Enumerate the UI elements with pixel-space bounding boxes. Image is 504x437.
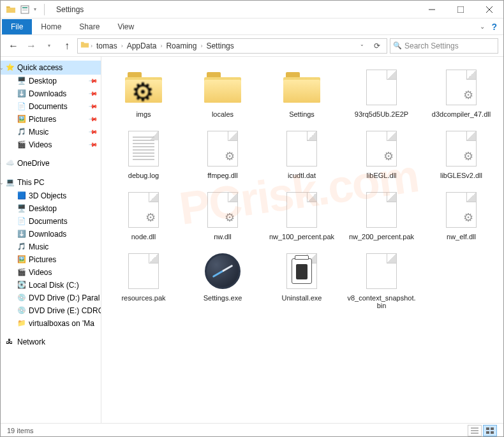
sidebar-item[interactable]: 💿DVD Drive (E:) CDRO [1,304,101,317]
maximize-button[interactable] [446,1,475,19]
ribbon: File Home Share View ⌄ ? [1,19,503,35]
file-item[interactable]: resources.pak [107,248,181,312]
sidebar-item[interactable]: 🎵Music📌 [1,126,101,138]
search-input[interactable]: 🔍 Search Settings [390,38,498,54]
file-item[interactable]: ⚙ffmpeg.dll [186,126,260,182]
sidebar-item[interactable]: ⬇️Downloads [1,228,101,241]
sidebar-quick-access[interactable]: ⌄ ⭐ Quick access [1,61,101,75]
details-view-button[interactable] [468,425,482,436]
properties-icon[interactable] [20,4,30,15]
file-label: d3dcompiler_47.dll [432,110,491,118]
file-thumbnail: ⚙ [361,128,402,169]
file-item[interactable]: nw_200_percent.pak [344,187,419,243]
file-label: ffmpeg.dll [207,172,238,179]
pin-icon: 📌 [89,102,98,112]
file-item[interactable]: v8_context_snapshot.bin [344,248,419,312]
sidebar-item[interactable]: 🖥️Desktop📌 [1,75,101,87]
file-item[interactable]: ⚙libEGL.dll [344,126,419,182]
item-icon: 📄 [17,217,26,226]
file-item[interactable]: nw_100_percent.pak [265,187,339,243]
breadcrumb[interactable]: Settings [204,41,236,50]
chevron-right-icon[interactable]: › [200,43,202,49]
up-button[interactable]: ↑ [59,38,75,54]
chevron-right-icon[interactable]: › [121,43,123,49]
sidebar-item[interactable]: 🖥️Desktop [1,202,101,215]
file-thumbnail: ⚙ [441,67,482,108]
window-title: Settings [56,5,84,14]
item-icon: 💽 [17,281,26,290]
search-icon: 🔍 [393,41,402,50]
file-item[interactable]: Settings.exe [186,248,260,312]
file-thumbnail: ⚙ [441,189,482,230]
tab-home[interactable]: Home [32,19,70,34]
file-thumbnail: ⚙ [123,67,164,108]
close-button[interactable] [475,1,503,19]
chevron-right-icon[interactable]: › [1,161,1,167]
file-item[interactable]: icudtl.dat [265,126,339,182]
help-icon[interactable]: ? [491,22,503,32]
breadcrumb[interactable]: tomas [94,41,120,50]
breadcrumb[interactable]: Roaming [163,41,199,50]
file-thumbnail: ⚙ [202,189,243,230]
sidebar-item[interactable]: 🎬Videos [1,266,101,279]
file-thumbnail [281,251,322,292]
file-label: Settings [289,110,315,118]
file-label: icudtl.dat [288,172,316,179]
chevron-right-icon[interactable]: › [91,43,93,49]
sidebar-this-pc[interactable]: ⌄ 💻 This PC [1,175,101,189]
item-icon: 🖥️ [17,77,26,85]
sidebar-network[interactable]: › 🖧 Network [1,335,101,349]
file-item[interactable]: Uninstall.exe [265,248,339,312]
recent-locations-button[interactable]: ▾ [41,38,57,54]
breadcrumb[interactable]: AppData [124,41,159,50]
qat-chevron-icon[interactable]: ▾ [34,6,36,12]
address-box[interactable]: › tomas › AppData › Roaming › Settings ⌄… [77,38,387,54]
tab-share[interactable]: Share [70,19,108,34]
sidebar-item[interactable]: 🎵Music [1,241,101,253]
file-item[interactable]: ⚙imgs [107,64,181,121]
file-label: nw.dll [214,233,232,241]
chevron-right-icon[interactable]: › [1,339,1,345]
chevron-down-icon[interactable]: ⌄ [1,180,4,186]
refresh-icon[interactable]: ⟳ [370,41,384,50]
file-thumbnail [123,251,164,292]
sidebar-item[interactable]: ⬇️Downloads📌 [1,87,101,100]
file-item[interactable]: ⚙node.dll [107,187,181,243]
file-item[interactable]: ⚙d3dcompiler_47.dll [424,64,498,121]
file-item[interactable]: ⚙nw_elf.dll [424,187,498,243]
file-item[interactable]: ⚙libGLESv2.dll [424,126,498,182]
file-label: node.dll [131,233,156,241]
sidebar-item[interactable]: 📄Documents📌 [1,100,101,113]
sidebar-item[interactable]: 🖼️Pictures📌 [1,113,101,126]
sidebar-item[interactable]: 🟦3D Objects [1,189,101,202]
sidebar-item[interactable]: 🎬Videos📌 [1,138,101,151]
chevron-down-icon[interactable]: ⌄ [1,65,4,71]
sidebar-item[interactable]: 🖼️Pictures [1,253,101,266]
statusbar: 19 items [1,423,503,437]
chevron-right-icon[interactable]: › [160,43,162,49]
sidebar-item[interactable]: 💿DVD Drive (D:) Paral [1,292,101,304]
address-dropdown-icon[interactable]: ⌄ [355,41,369,50]
search-placeholder: Search Settings [404,41,459,50]
expand-ribbon-icon[interactable]: ⌄ [480,23,491,30]
icons-view-button[interactable] [483,425,497,436]
sidebar-onedrive[interactable]: › ☁️ OneDrive [1,156,101,170]
sidebar-item[interactable]: 💽Local Disk (C:) [1,279,101,292]
tab-view[interactable]: View [108,19,143,34]
sidebar-item[interactable]: 📄Documents [1,215,101,228]
file-thumbnail [361,189,402,230]
minimize-button[interactable] [417,1,446,19]
file-tab[interactable]: File [2,19,32,34]
svg-rect-2 [22,9,27,10]
forward-button[interactable]: → [24,38,39,54]
file-item[interactable]: locales [186,64,260,121]
back-button[interactable]: ← [6,38,21,54]
file-item[interactable]: Settings [265,64,339,121]
file-view[interactable]: ⚙imgslocalesSettings93rq5d5Ub.2E2P⚙d3dco… [101,57,503,423]
file-item[interactable]: ⚙nw.dll [186,187,260,243]
svg-rect-1 [22,7,27,8]
item-icon: 🟦 [17,191,26,200]
file-item[interactable]: debug.log [107,126,181,182]
file-item[interactable]: 93rq5d5Ub.2E2P [344,64,419,121]
sidebar-item[interactable]: 📁virtualboxas on 'Ma [1,317,101,330]
